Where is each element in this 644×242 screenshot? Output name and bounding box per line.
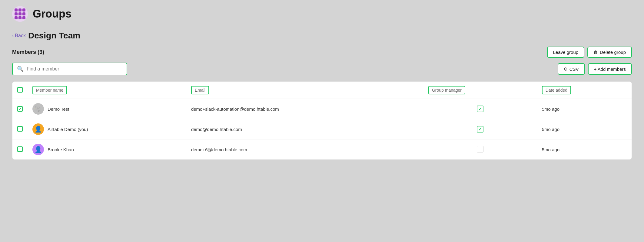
page-header: Groups xyxy=(12,6,632,22)
trash-icon: 🗑 xyxy=(593,50,598,55)
th-member-name: Member name xyxy=(28,82,186,99)
row-checkbox[interactable] xyxy=(17,126,23,132)
date-added-cell: 5mo ago xyxy=(537,99,632,119)
date-added-cell: 5mo ago xyxy=(537,119,632,139)
search-icon: 🔍 xyxy=(17,66,24,72)
csv-button[interactable]: ⊙ CSV xyxy=(558,63,585,75)
chevron-left-icon: ‹ xyxy=(12,33,14,38)
member-name-cell: 👤Brooke Khan xyxy=(28,139,186,160)
table-row: 👤Airtable Demo (you)demo@demo.htable.com… xyxy=(12,119,632,139)
manager-check[interactable]: ✓ xyxy=(477,106,483,112)
member-email-cell: demo+slack-automation@demo.htable.com xyxy=(186,99,423,119)
date-added-cell: 5mo ago xyxy=(537,139,632,160)
breadcrumb: ‹ Back Design Team xyxy=(12,31,632,41)
row-checkbox-cell: ✓ xyxy=(12,99,28,119)
logo-grid-icon xyxy=(15,8,25,19)
manager-check[interactable] xyxy=(477,146,483,152)
manager-checkbox-cell: ✓ xyxy=(423,99,537,119)
members-header-row: Members (3) Leave group 🗑 Delete group xyxy=(12,47,632,58)
select-all-checkbox[interactable] xyxy=(17,87,23,93)
right-actions-group: ⊙ CSV + Add members xyxy=(558,63,632,75)
manager-checkbox-cell: ✓ xyxy=(423,119,537,139)
th-email: Email xyxy=(186,82,423,99)
member-name-label: Demo Test xyxy=(48,106,69,112)
add-members-button[interactable]: + Add members xyxy=(588,63,632,75)
avatar: 🐘 xyxy=(32,103,44,115)
manager-check[interactable]: ✓ xyxy=(477,126,483,132)
group-title: Design Team xyxy=(28,31,80,41)
row-checkbox-cell xyxy=(12,119,28,139)
members-count: Members (3) xyxy=(12,49,44,55)
manager-checkbox-cell xyxy=(423,139,537,160)
action-buttons-group: Leave group 🗑 Delete group xyxy=(547,47,632,58)
leave-group-button[interactable]: Leave group xyxy=(547,47,584,58)
th-group-manager: Group manager xyxy=(423,82,537,99)
avatar: 👤 xyxy=(32,123,44,135)
download-icon: ⊙ xyxy=(564,66,568,72)
members-table: Member name Email Group manager Date add… xyxy=(12,82,632,159)
row-checkbox[interactable] xyxy=(17,146,23,152)
th-checkbox-cell xyxy=(12,82,28,99)
row-checkbox[interactable]: ✓ xyxy=(17,106,23,112)
member-name-label: Airtable Demo (you) xyxy=(48,127,88,132)
member-name-cell: 🐘Demo Test xyxy=(28,99,186,119)
table-row: ✓🐘Demo Testdemo+slack-automation@demo.ht… xyxy=(12,99,632,119)
delete-group-button[interactable]: 🗑 Delete group xyxy=(587,47,632,58)
search-box: 🔍 xyxy=(12,63,127,75)
members-table-container: Member name Email Group manager Date add… xyxy=(12,81,632,160)
member-name-cell: 👤Airtable Demo (you) xyxy=(28,119,186,139)
member-name-label: Brooke Khan xyxy=(48,147,74,152)
search-row: 🔍 ⊙ CSV + Add members xyxy=(12,63,632,75)
row-checkbox-cell xyxy=(12,139,28,160)
member-email-cell: demo@demo.htable.com xyxy=(186,119,423,139)
app-logo xyxy=(12,6,28,22)
search-input[interactable] xyxy=(27,66,122,72)
page-title: Groups xyxy=(33,8,71,20)
th-date-added: Date added xyxy=(537,82,632,99)
back-button[interactable]: ‹ Back xyxy=(12,33,26,38)
table-row: 👤Brooke Khandemo+6@demo.htable.com5mo ag… xyxy=(12,139,632,160)
member-email-cell: demo+6@demo.htable.com xyxy=(186,139,423,160)
avatar: 👤 xyxy=(32,144,44,155)
